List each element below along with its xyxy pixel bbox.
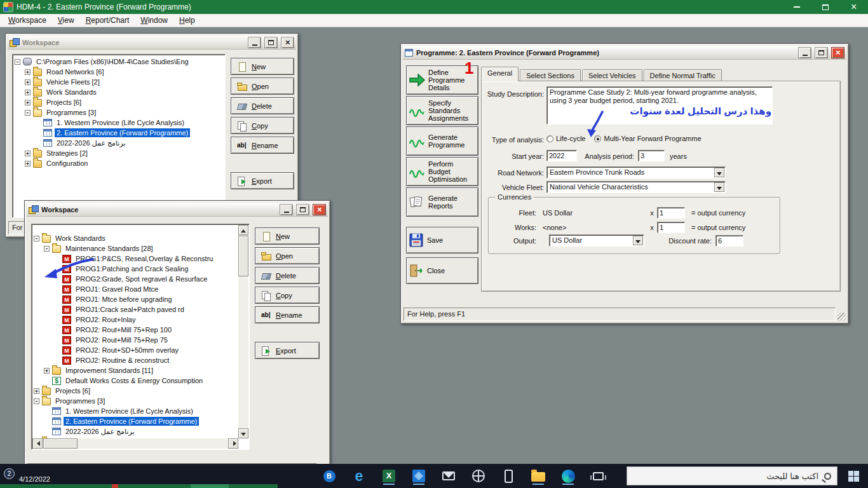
tab-define-normal-traffic[interactable]: Define Normal Traffic — [644, 69, 722, 81]
tree-item[interactable]: - Programmes [3] — [13, 107, 225, 118]
window-titlebar[interactable]: Programme: 2. Eastern Province (Forward … — [403, 46, 846, 60]
new-button[interactable]: New — [255, 227, 320, 245]
close-button[interactable] — [281, 37, 294, 48]
open-button[interactable]: Open — [231, 78, 294, 95]
start-button[interactable] — [839, 464, 868, 488]
export-button[interactable]: Export — [255, 342, 320, 359]
currency-factor-input[interactable]: 1 — [657, 207, 685, 219]
generate-reports-button[interactable]: Generate Reports — [406, 187, 478, 217]
menu-item[interactable]: Workspace — [3, 14, 52, 27]
tree-item[interactable]: 2. Eastern Province (Forward Programme) — [32, 416, 249, 426]
tree-expand-toggle[interactable]: + — [25, 69, 31, 75]
open-button[interactable]: Open — [255, 247, 320, 264]
tree-item[interactable]: 1. Western Province (Life Cycle Analysis… — [32, 406, 249, 416]
tree-expand-toggle[interactable]: - — [25, 110, 31, 116]
tree-item[interactable]: PROJ2: Rout+Inlay — [32, 315, 249, 325]
radio-circle-icon[interactable] — [546, 135, 553, 142]
tree-item[interactable]: + Road Networks [6] — [13, 67, 225, 77]
taskbar-date[interactable]: 4/12/2022 — [19, 475, 50, 483]
tree-item[interactable]: 2. Eastern Province (Forward Programme) — [13, 128, 225, 138]
tree-item[interactable]: PROJ2: Rout+SD+50mm overlay — [32, 345, 249, 355]
menu-item[interactable]: View — [52, 14, 80, 27]
vehicle-fleet-select[interactable]: National Vehicle Characteristics — [546, 181, 726, 193]
close-button[interactable] — [313, 204, 326, 215]
life-cycle-radio[interactable]: Life-cycle — [546, 135, 585, 142]
tree-expand-toggle[interactable]: - — [34, 398, 39, 404]
scroll-down-button[interactable] — [238, 428, 248, 438]
menu-item[interactable]: Report/Chart — [80, 14, 135, 27]
output-currency-select[interactable]: US Dollar — [549, 234, 644, 247]
file-explorer-icon[interactable] — [531, 467, 546, 485]
excel-icon[interactable] — [381, 467, 397, 485]
scroll-up-button[interactable] — [238, 225, 248, 235]
discount-rate-input[interactable]: 6 — [715, 235, 743, 247]
resize-grip[interactable] — [837, 313, 846, 321]
new-button[interactable]: New — [231, 58, 294, 75]
delete-button[interactable]: Delete — [255, 267, 320, 284]
copy-button[interactable]: Copy — [255, 287, 320, 304]
notification-badge[interactable]: 2 — [4, 468, 15, 479]
tree-expand-toggle[interactable]: - — [44, 246, 50, 252]
menu-item[interactable]: Window — [135, 14, 173, 27]
generate-programme-button[interactable]: Generate Programme — [406, 126, 478, 156]
tree-item[interactable]: PROJ1:Crack seal+Patch paved rd — [32, 304, 249, 315]
road-network-select[interactable]: Eastern Province Trunk Roads — [546, 166, 726, 179]
window-titlebar[interactable]: Workspace — [27, 203, 328, 217]
minimize-button[interactable] — [248, 37, 261, 48]
rename-button[interactable]: Rename — [255, 306, 320, 323]
tree-item[interactable]: PROJ2: Rout+Mill 75+Rep 100 — [32, 325, 249, 335]
tree-item[interactable]: + Improvement Standards [11] — [32, 365, 249, 376]
dropdown-arrow-icon[interactable] — [633, 236, 643, 245]
tree-item[interactable]: + Projects [6] — [13, 97, 225, 107]
dropdown-arrow-icon[interactable] — [714, 182, 724, 192]
horizontal-scrollbar[interactable] — [32, 438, 238, 449]
tree-expand-toggle[interactable]: + — [25, 79, 31, 85]
tree-expand-toggle[interactable]: - — [34, 236, 39, 241]
scroll-left-button[interactable] — [32, 438, 43, 449]
minimize-button[interactable] — [782, 0, 811, 14]
tree-item[interactable]: + Configuration — [13, 158, 225, 168]
tree-expand-toggle[interactable]: + — [25, 100, 31, 105]
maximize-button[interactable] — [811, 0, 839, 14]
tree-item[interactable]: - Maintenance Standards [28] — [32, 243, 249, 254]
bluetooth-icon[interactable] — [322, 467, 337, 485]
restore-button[interactable] — [296, 204, 309, 215]
tree-item[interactable]: - Work Standards — [32, 233, 249, 243]
save-button[interactable]: Save — [406, 227, 478, 254]
restore-button[interactable] — [264, 37, 278, 48]
tree-item[interactable]: Default Works Costs & Energy Consumption — [32, 376, 249, 386]
start-year-input[interactable]: 2022 — [546, 150, 577, 161]
menu-item[interactable]: Help — [173, 14, 201, 27]
close-button[interactable] — [839, 0, 868, 14]
tree-expand-toggle[interactable]: + — [44, 368, 50, 374]
tab-select-sections[interactable]: Select Sections — [520, 69, 581, 81]
tree-item[interactable]: + Projects [6] — [32, 386, 249, 396]
tree-expand-toggle[interactable]: + — [25, 161, 31, 166]
currency-factor-input[interactable]: 1 — [657, 222, 685, 233]
vertical-scrollbar[interactable] — [238, 225, 248, 438]
taskbar-search[interactable]: اكتب هنا للبحث — [627, 466, 837, 485]
tree-item[interactable]: برنامج عمل 2026-2022 — [32, 426, 249, 437]
tree-item[interactable]: + Work Standards — [13, 87, 225, 97]
browser-icon[interactable] — [560, 467, 576, 485]
tree-item[interactable]: PROJ1: Gravel Road Mtce — [32, 284, 249, 294]
tree-expand-toggle[interactable]: + — [25, 90, 31, 95]
minimize-button[interactable] — [280, 204, 293, 215]
perform-budget-optimisation-button[interactable]: Perform Budget Optimisation — [406, 157, 478, 186]
tab-select-vehicles[interactable]: Select Vehicles — [582, 69, 642, 81]
multi-year-forward-programme-radio[interactable]: Multi-Year Forward Programme — [594, 135, 701, 142]
tab-general[interactable]: General — [481, 67, 519, 81]
network-globe-icon[interactable] — [471, 467, 486, 485]
close-button[interactable]: Close — [406, 257, 478, 284]
close-button[interactable] — [831, 47, 844, 58]
photos-icon[interactable] — [411, 467, 426, 485]
tree-item[interactable]: PROJ1: Mtce before upgrading — [32, 294, 249, 304]
tree-expand-toggle[interactable]: + — [25, 151, 31, 156]
tree-item[interactable]: PROJ2: Rout+Mill 75+Rep 75 — [32, 335, 249, 345]
rename-button[interactable]: Rename — [231, 137, 294, 154]
tree-item[interactable]: - C:\Program Files (x86)\HDM-4\Case Stud… — [13, 57, 225, 67]
scroll-right-button[interactable] — [228, 438, 238, 449]
tree-expand-toggle[interactable]: - — [15, 59, 20, 65]
export-button[interactable]: Export — [231, 172, 294, 189]
copy-button[interactable]: Copy — [231, 117, 294, 134]
